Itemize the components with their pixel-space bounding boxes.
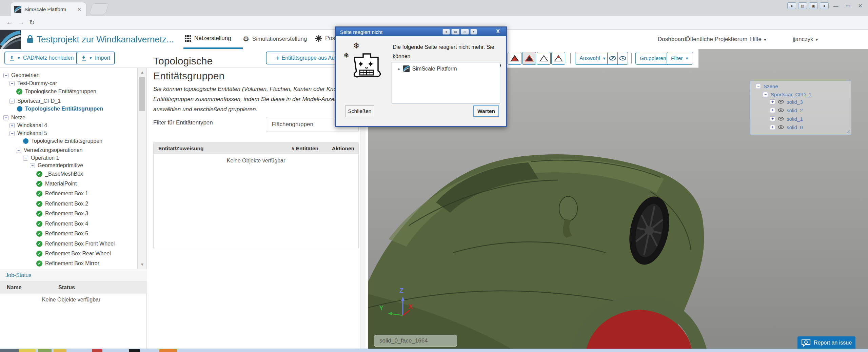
- scene-root-item[interactable]: − Szene: [756, 82, 778, 90]
- dialog-titlebar[interactable]: Seite reagiert nicht: [336, 27, 506, 36]
- tree-scrollbar[interactable]: ▲ ▼: [137, 68, 146, 269]
- scrollbar-thumb[interactable]: [139, 77, 145, 111]
- eye-icon[interactable]: [778, 125, 784, 129]
- gruppieren-button[interactable]: Gruppieren: [635, 52, 671, 65]
- expand-icon[interactable]: +: [770, 108, 775, 113]
- expand-icon[interactable]: +: [770, 99, 775, 104]
- tab-close-icon[interactable]: ✕: [76, 6, 83, 13]
- tree-item[interactable]: −Geometrieprimitive: [30, 161, 83, 170]
- tree-item[interactable]: ✓Refinement Box 2: [36, 199, 88, 208]
- tree-item[interactable]: ✓MaterialPoint: [36, 179, 77, 188]
- show-selection-button[interactable]: [617, 52, 628, 65]
- dialog-keyboard-icon[interactable]: ▭: [461, 29, 469, 35]
- dialog-dot-icon[interactable]: ●: [470, 29, 477, 35]
- collapse-icon[interactable]: −: [3, 115, 8, 120]
- collapse-icon[interactable]: −: [756, 84, 761, 89]
- collapse-icon[interactable]: −: [16, 148, 21, 153]
- taskbar-item[interactable]: [38, 349, 52, 352]
- scene-solid-item[interactable]: +solid_0: [770, 123, 803, 131]
- collapse-icon[interactable]: −: [23, 156, 28, 161]
- mesh-view-3-button[interactable]: [537, 52, 551, 65]
- tab-netzerstellung[interactable]: Netzerstellung: [185, 35, 231, 42]
- dialog-screen-icon[interactable]: ▤: [451, 29, 459, 35]
- link-forum[interactable]: Forum: [731, 36, 747, 43]
- dialog-close-icon[interactable]: X: [496, 28, 500, 35]
- tree-item[interactable]: Topologische Entitätsgruppen: [17, 104, 103, 113]
- scene-group-item[interactable]: − Sportscar_CFD_1: [763, 91, 811, 98]
- expand-icon[interactable]: +: [770, 116, 775, 121]
- upload-cad-button[interactable]: ▼ CAD/Netz hochladen: [4, 52, 78, 64]
- collapse-icon[interactable]: −: [763, 92, 768, 97]
- filter-dropdown[interactable]: Filter▼: [667, 52, 693, 65]
- scene-solid-item[interactable]: +solid_2: [770, 106, 803, 114]
- page-unresponsive-dialog[interactable]: Seite reagiert nicht ● ▤ ▭ ● X ❄ ❄ Die f…: [335, 26, 507, 127]
- tab-simulationserstellung[interactable]: ⚙ Simulationserstellung: [243, 35, 307, 43]
- collapse-icon[interactable]: −: [9, 81, 15, 86]
- scene-solid-item[interactable]: +solid_3: [770, 98, 803, 105]
- dialog-close-button[interactable]: Schließen: [345, 105, 374, 117]
- tree-item[interactable]: ✓Refinement Box 1: [36, 189, 88, 198]
- close-window-icon[interactable]: ✕: [855, 2, 865, 9]
- eye-icon[interactable]: [778, 108, 784, 112]
- mesh-view-1-button[interactable]: [508, 52, 521, 65]
- list-item[interactable]: ● SimScale Platform: [392, 62, 500, 72]
- mesh-view-4-button[interactable]: [551, 52, 565, 65]
- dialog-wait-button[interactable]: Warten: [473, 105, 499, 117]
- session-dot-icon[interactable]: ●: [820, 2, 829, 9]
- session-record-icon[interactable]: ●: [787, 2, 796, 9]
- tree-item[interactable]: Topologische Entitätsgruppen: [23, 137, 102, 145]
- scroll-down-icon[interactable]: ▼: [138, 262, 147, 267]
- mesh-view-2-button[interactable]: [522, 52, 536, 65]
- browser-tab[interactable]: SimScale Platform ✕: [10, 2, 86, 16]
- session-screen-icon[interactable]: ▤: [798, 2, 807, 9]
- back-icon[interactable]: ←: [6, 18, 13, 26]
- taskbar-item[interactable]: [129, 349, 140, 352]
- project-title[interactable]: Testprojekt zur Windkanalvernetz...: [37, 34, 174, 45]
- taskbar-item[interactable]: [159, 349, 177, 352]
- tree-item[interactable]: ✓Refinement Box Front Wheel: [36, 239, 115, 248]
- link-hilfe[interactable]: Hilfe▼: [750, 36, 767, 43]
- collapse-icon[interactable]: −: [3, 73, 8, 78]
- expand-icon[interactable]: +: [770, 125, 775, 130]
- tree-item[interactable]: ✓Refinement Box 3: [36, 209, 88, 218]
- report-issue-button[interactable]: Report an issue: [797, 336, 855, 349]
- eye-icon[interactable]: [778, 117, 784, 121]
- simscale-logo[interactable]: [0, 30, 21, 49]
- tree-item[interactable]: −Geometrien: [3, 71, 40, 80]
- minimize-icon[interactable]: —: [831, 2, 841, 9]
- import-button[interactable]: ▼ Import: [76, 52, 115, 64]
- tree-item[interactable]: ✓Refinement Box Mirror: [36, 259, 99, 268]
- user-menu[interactable]: jjanczyk▼: [793, 36, 818, 43]
- new-tab-button[interactable]: [89, 3, 109, 14]
- session-windows-icon[interactable]: ▣: [809, 2, 818, 9]
- taskbar-item[interactable]: [0, 349, 19, 352]
- resize-handle-icon[interactable]: [846, 129, 850, 133]
- unresponsive-page-list[interactable]: ● SimScale Platform: [392, 62, 500, 103]
- tree-item[interactable]: ✓Refinemet Box Rear Wheel: [36, 249, 111, 258]
- taskbar-item[interactable]: [92, 349, 102, 352]
- link-public-projects[interactable]: Öffentliche Projekte: [686, 36, 736, 43]
- auswahl-dropdown[interactable]: Auswahl▼: [575, 52, 610, 65]
- taskbar-item[interactable]: [54, 349, 66, 352]
- tree-item[interactable]: −Test-Dummy-car: [9, 79, 57, 88]
- forward-icon[interactable]: →: [18, 18, 24, 26]
- collapse-icon[interactable]: −: [9, 131, 15, 136]
- tab-postprocessor[interactable]: Pos: [315, 35, 335, 42]
- collapse-icon[interactable]: −: [30, 163, 35, 168]
- dialog-dot-icon[interactable]: ●: [442, 29, 450, 35]
- taskbar-item[interactable]: [19, 349, 36, 352]
- tree-item[interactable]: ✓Topologische Entitätsgruppen: [16, 87, 96, 96]
- scene-solid-item[interactable]: +solid_1: [770, 115, 803, 122]
- expand-icon[interactable]: +: [9, 123, 15, 128]
- restore-icon[interactable]: ▭: [843, 2, 853, 9]
- reload-icon[interactable]: ↻: [29, 18, 35, 26]
- link-dashboard[interactable]: Dashboard: [658, 36, 686, 43]
- hide-selection-button[interactable]: [607, 52, 618, 65]
- scene-tree-panel[interactable]: − Szene − Sportscar_CFD_1 +solid_3+solid…: [750, 81, 852, 135]
- tree-item[interactable]: ✓_BaseMeshBox: [36, 170, 83, 178]
- eye-icon[interactable]: [778, 100, 784, 104]
- scroll-up-icon[interactable]: ▲: [138, 70, 147, 75]
- tree-item[interactable]: ✓Refinement Box 4: [36, 219, 88, 228]
- tree-item[interactable]: ✓Refinement Box 5: [36, 229, 88, 238]
- collapse-icon[interactable]: −: [9, 99, 15, 104]
